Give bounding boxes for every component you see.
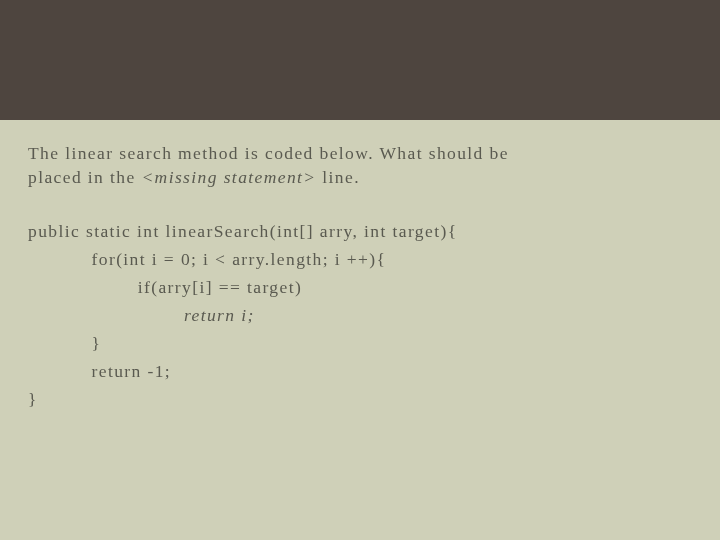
code-line-7: } [28,389,38,409]
question-line1: The linear search method is coded below.… [28,143,509,163]
code-block: public static int linearSearch(int[] arr… [28,217,692,413]
code-line-1: public static int linearSearch(int[] arr… [28,221,457,241]
question-text: The linear search method is coded below.… [28,142,692,189]
code-line-5: } [28,333,101,353]
question-line2-post: line. [317,167,360,187]
missing-statement-placeholder: <missing statement> [141,167,316,187]
code-line-3: if(arry[i] == target) [28,277,302,297]
code-line-6: return -1; [28,361,171,381]
slide-title-bar [0,0,720,120]
code-line-4: return i; [28,305,255,325]
question-line2-pre: placed in the [28,167,141,187]
code-line-2: for(int i = 0; i < arry.length; i ++){ [28,249,386,269]
slide-content: The linear search method is coded below.… [0,120,720,413]
